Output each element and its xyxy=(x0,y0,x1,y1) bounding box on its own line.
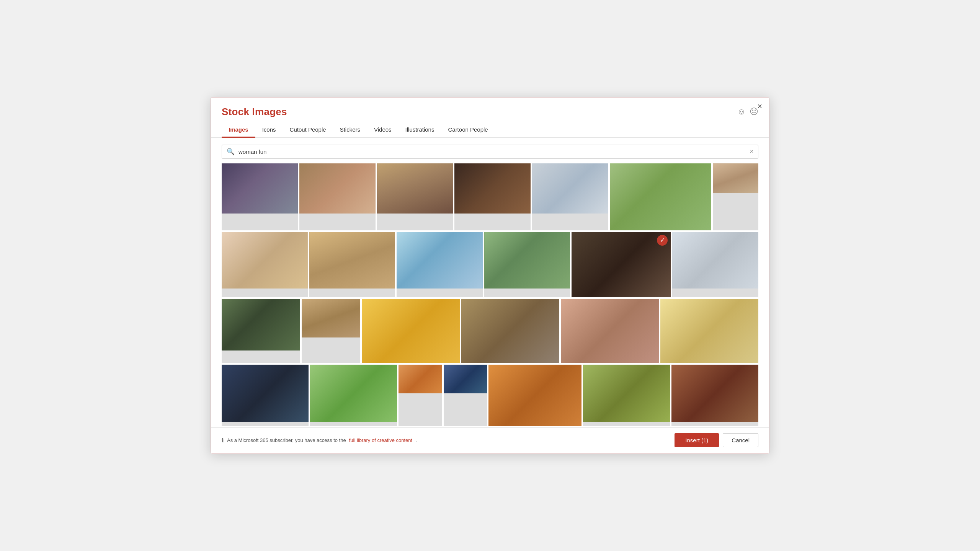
footer-buttons: Insert (1) Cancel xyxy=(675,433,758,447)
search-bar: 🔍 × xyxy=(222,145,758,159)
tab-cutout-people[interactable]: Cutout People xyxy=(283,123,333,138)
dialog-header: Stock Images ☺ ☹ xyxy=(211,98,769,118)
tab-illustrations[interactable]: Illustrations xyxy=(399,123,441,138)
image-r3c2[interactable] xyxy=(302,299,361,364)
tab-images[interactable]: Images xyxy=(222,123,255,138)
image-row-4 xyxy=(222,365,758,426)
tab-cartoon-people[interactable]: Cartoon People xyxy=(441,123,495,138)
image-r1c7[interactable] xyxy=(713,163,758,230)
image-r3c3[interactable] xyxy=(362,299,460,364)
smile-icon[interactable]: ☺ xyxy=(737,107,746,117)
tab-stickers[interactable]: Stickers xyxy=(333,123,367,138)
image-r2c5[interactable]: ✓ xyxy=(572,232,671,297)
image-r4c7[interactable] xyxy=(671,365,758,426)
tab-videos[interactable]: Videos xyxy=(367,123,399,138)
image-r4c5[interactable] xyxy=(488,365,581,426)
image-r1c1[interactable] xyxy=(222,163,298,230)
image-r4c6[interactable] xyxy=(583,365,670,426)
image-r2c4[interactable] xyxy=(484,232,570,297)
image-r3c4[interactable] xyxy=(461,299,559,364)
footer-info: ℹ As a Microsoft 365 subscriber, you hav… xyxy=(222,437,417,444)
info-icon: ℹ xyxy=(222,437,224,444)
insert-button[interactable]: Insert (1) xyxy=(675,433,719,447)
header-icons: ☺ ☹ xyxy=(737,107,758,117)
selected-badge: ✓ xyxy=(657,235,668,246)
image-r2c3[interactable] xyxy=(397,232,483,297)
image-r2c6[interactable] xyxy=(672,232,758,297)
cancel-button[interactable]: Cancel xyxy=(723,433,758,447)
footer-info-text: As a Microsoft 365 subscriber, you have … xyxy=(227,437,346,443)
clear-search-button[interactable]: × xyxy=(750,148,753,155)
image-r3c6[interactable] xyxy=(660,299,758,364)
image-r1c5[interactable] xyxy=(532,163,608,230)
image-r4c4[interactable] xyxy=(444,365,487,426)
image-r3c1[interactable] xyxy=(222,299,300,364)
images-area: ✓ xyxy=(211,163,769,428)
search-input[interactable] xyxy=(238,148,750,155)
image-row-2: ✓ xyxy=(222,232,758,297)
image-r1c6[interactable] xyxy=(610,163,711,230)
stock-images-dialog: × Stock Images ☺ ☹ Images Icons Cutout P… xyxy=(211,97,769,454)
tab-icons[interactable]: Icons xyxy=(255,123,283,138)
footer-info-suffix: . xyxy=(415,437,417,443)
dialog-title: Stock Images xyxy=(222,106,287,118)
image-row-1 xyxy=(222,163,758,230)
image-r2c2[interactable] xyxy=(309,232,395,297)
image-r3c5[interactable] xyxy=(561,299,659,364)
tab-bar: Images Icons Cutout People Stickers Vide… xyxy=(211,118,769,138)
image-r4c3[interactable] xyxy=(399,365,442,426)
close-button[interactable]: × xyxy=(757,102,762,111)
image-r2c1[interactable] xyxy=(222,232,308,297)
search-icon: 🔍 xyxy=(227,148,235,156)
dialog-footer: ℹ As a Microsoft 365 subscriber, you hav… xyxy=(211,427,769,453)
image-r1c2[interactable] xyxy=(299,163,376,230)
image-r4c2[interactable] xyxy=(310,365,397,426)
footer-link[interactable]: full library of creative content xyxy=(349,437,412,443)
image-r1c4[interactable] xyxy=(454,163,531,230)
image-r1c3[interactable] xyxy=(377,163,453,230)
image-r4c1[interactable] xyxy=(222,365,309,426)
image-row-3 xyxy=(222,299,758,364)
